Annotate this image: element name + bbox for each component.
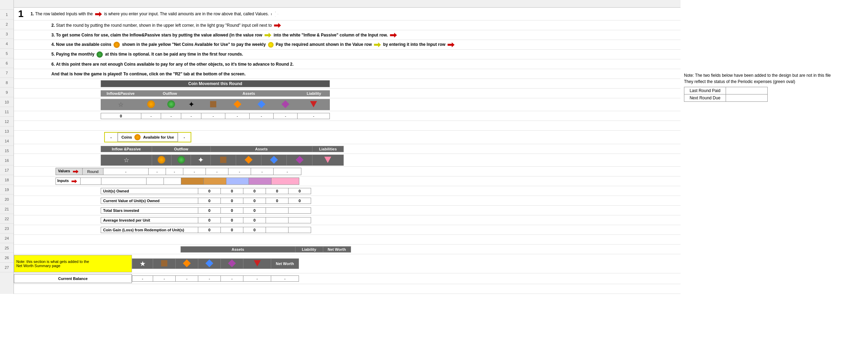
main-icon-triangle [312,155,343,166]
icon-diamond-orange-1 [225,99,249,110]
coins-available-row: - Coins Available for Use - [14,131,681,144]
coin-gain-row: Coin Gain (Loss) from Redemption of Unit… [14,225,681,235]
input-cell-out1[interactable] [147,178,164,184]
orange-circle-coins [134,134,141,140]
val-dash-6: - [228,168,251,175]
row-num-7: 7 [0,68,14,78]
main-icon-green [171,155,191,166]
row-num-15: 15 [0,146,14,156]
total-stars-label: Total Stars invested [101,207,198,213]
note-row-next-round: Next Round Due [684,94,768,102]
star-icon-main: ☆ [124,156,129,164]
coin-gain-val1: 0 [198,227,221,233]
input-cell-asset1[interactable] [181,178,204,184]
instruction-7-text: And that is how the game is played! To c… [49,70,681,78]
row-num-26: 26 [0,253,14,263]
right-panel: Note: The two fields below have been add… [681,0,868,294]
empty-row-27 [14,284,681,294]
input-cell-asset4[interactable] [249,178,272,184]
coin-movement-icons-table: ☆ ✦ [101,99,330,110]
main-table-header-row: Inflow &Passive Outflow Assets Liabiliti… [14,144,681,154]
arrow-red-icon-4 [448,42,454,47]
next-round-due-value[interactable] [726,94,768,102]
empty-row-23 [14,235,681,245]
round-number-1: 1 [14,8,28,19]
last-round-paid-value[interactable] [726,87,768,94]
red-triangle-bt [254,260,261,266]
value-liability: - [298,113,330,119]
value-asset3: - [249,113,273,119]
row-num-24: 24 [0,233,14,243]
instruction-row-3: 3. To get some Coins for use, claim the … [14,30,681,40]
orange-circle-main [158,156,165,164]
green-circle-icon-1 [167,100,175,108]
current-value-val5: 0 [289,198,311,204]
row-num-2: 2 [0,19,14,29]
main-table-headers: Inflow &Passive Outflow Assets Liabiliti… [101,146,344,152]
icon-diamond-blue-1 [249,99,273,110]
row-num-25: 25 [0,243,14,253]
value-asset4: - [274,113,298,119]
row-num-27: 27 [0,263,14,272]
brown-square-bt [161,260,167,266]
col-liability: Liability [298,90,330,96]
instruction-row-7: And that is how the game is played! To c… [14,69,681,79]
pink-triangle-main [324,157,331,163]
input-cell-round[interactable] [81,178,101,184]
row-num-13: 13 [0,126,14,136]
main-col-liabilities: Liabilities [312,146,343,152]
icon-burst-1: ✦ [181,99,201,110]
last-round-paid-label: Last Round Paid [684,87,726,94]
current-balance-row: Current Balance - - - - - - - [14,273,681,284]
row-num-4: 4 [0,39,14,49]
total-stars-row: Total Stars invested 0 0 0 [14,206,681,215]
current-value-val3: 0 [243,198,266,204]
main-col-inflow: Inflow &Passive [101,146,152,152]
note-line-2: They reflect the status of the Periodic … [684,79,865,84]
icon-square-brown-1 [201,99,225,110]
val-dash-4: - [183,168,206,175]
next-round-due-label: Next Round Due [684,94,726,102]
main-table-icons: ☆ ✦ [101,155,344,166]
coins-right-dash: - [178,132,191,142]
coin-yellow-icon-4 [268,42,274,48]
orange-diamond-bt [183,259,191,267]
instruction-row-5: 5. Paying the monthly at this time is op… [14,50,681,59]
cb-val6: - [243,276,271,282]
val-dash-3: - [166,168,183,175]
total-stars-table: Total Stars invested 0 0 0 [101,207,311,214]
value-out1: - [141,113,161,119]
value-out3: - [181,113,201,119]
row-num-17: 17 [0,165,14,175]
input-cell-asset3[interactable] [226,178,249,184]
row-num-5: 5 [0,49,14,58]
coin-gain-val3: 0 [243,227,266,233]
instruction-row-2: 2. Start the round by putting the round … [14,20,681,30]
row-num-19: 19 [0,185,14,195]
row-num-12: 12 [0,117,14,126]
bt-icon-square [153,259,176,269]
input-cell-asset2[interactable] [204,178,226,184]
arrow-red-values [73,170,78,173]
bt-empty [160,246,181,252]
input-cell-out2[interactable] [164,178,181,184]
purple-diamond-icon-1 [282,100,290,108]
coin-gain-empty2 [289,227,311,233]
coin-movement-values-table: 0 - - - - - - - - [101,113,330,119]
cb-val1: - [132,276,153,282]
value-asset1: - [201,113,225,119]
main-icon-burst: ✦ [191,155,210,166]
coin-movement-top-table: Coin Movement this Round [101,80,330,87]
main-col-outflow: Outflow [152,146,210,152]
avg-invested-val1: 0 [198,217,221,223]
input-cell-liability[interactable] [272,178,299,184]
col-inflow-passive: Inflow&Passive [101,90,141,96]
star-icon: ☆ [118,101,124,108]
instruction-row-1: 1 1. The row labeled Inputs with the is … [14,8,681,20]
col-outflow: Outflow [140,90,199,96]
input-cell-inflow[interactable] [101,178,147,184]
arrow-red-icon-2 [274,23,281,28]
bt-icon-diamond-orange [176,259,198,269]
value-inflow: 0 [101,113,141,119]
blue-diamond-icon-1 [258,100,266,108]
